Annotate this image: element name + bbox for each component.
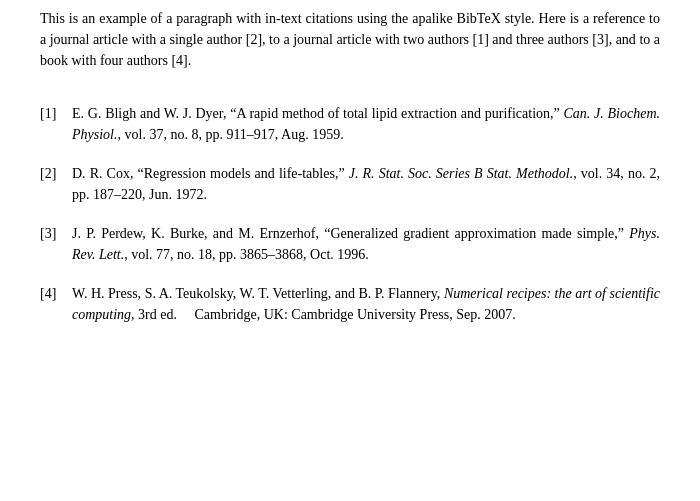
ref-authors-2: D. R. Cox, xyxy=(72,166,133,181)
ref-content-1: E. G. Bligh and W. J. Dyer, “A rapid met… xyxy=(72,103,660,145)
ref-details-3: , vol. 77, no. 18, pp. 3865–3868, Oct. 1… xyxy=(124,247,369,262)
ref-authors-3: J. P. Perdew, K. Burke, and M. Ernzerhof… xyxy=(72,226,319,241)
ref-number-1: [1] xyxy=(40,103,72,124)
ref-title-2: “Regression models and life-tables,” xyxy=(138,166,345,181)
ref-content-2: D. R. Cox, “Regression models and life-t… xyxy=(72,163,660,205)
intro-paragraph: This is an example of a paragraph with i… xyxy=(40,8,660,71)
table-row: [3] J. P. Perdew, K. Burke, and M. Ernze… xyxy=(40,223,660,265)
ref-journal-2: J. R. Stat. Soc. Series B Stat. Methodol… xyxy=(349,166,574,181)
ref-title-1: “A rapid method of total lipid extractio… xyxy=(230,106,560,121)
ref-details-1: , vol. 37, no. 8, pp. 911–917, Aug. 1959… xyxy=(118,127,344,142)
ref-number-4: [4] xyxy=(40,283,72,304)
ref-title-3: “Generalized gradient approximation made… xyxy=(324,226,624,241)
references-list: [1] E. G. Bligh and W. J. Dyer, “A rapid… xyxy=(40,103,660,325)
ref-number-2: [2] xyxy=(40,163,72,184)
table-row: [2] D. R. Cox, “Regression models and li… xyxy=(40,163,660,205)
ref-authors-1: E. G. Bligh and W. J. Dyer, xyxy=(72,106,226,121)
ref-content-3: J. P. Perdew, K. Burke, and M. Ernzerhof… xyxy=(72,223,660,265)
ref-content-4: W. H. Press, S. A. Teukolsky, W. T. Vett… xyxy=(72,283,660,325)
ref-authors-4: W. H. Press, S. A. Teukolsky, W. T. Vett… xyxy=(72,286,440,301)
table-row: [4] W. H. Press, S. A. Teukolsky, W. T. … xyxy=(40,283,660,325)
ref-details-after-4: , 3rd ed. Cambridge, UK: Cambridge Unive… xyxy=(131,307,516,322)
table-row: [1] E. G. Bligh and W. J. Dyer, “A rapid… xyxy=(40,103,660,145)
ref-number-3: [3] xyxy=(40,223,72,244)
